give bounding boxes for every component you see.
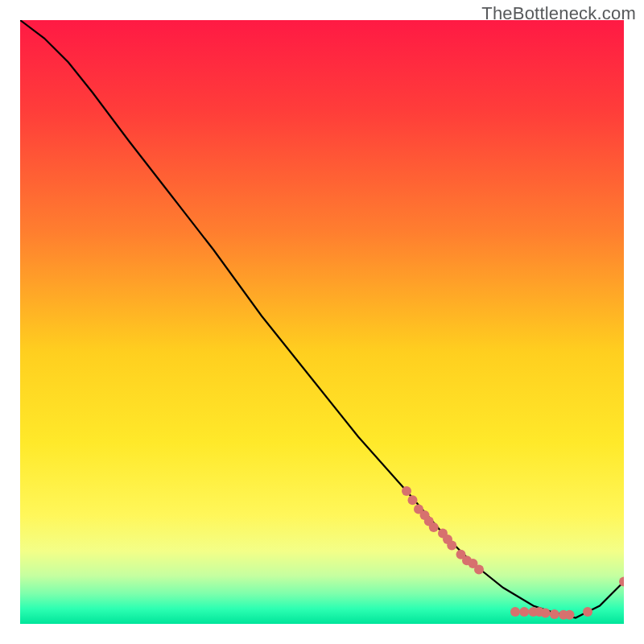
chart-root: TheBottleneck.com bbox=[0, 0, 644, 644]
highlight-point bbox=[519, 607, 529, 617]
highlight-point bbox=[541, 609, 551, 618]
highlight-point bbox=[565, 610, 575, 620]
plot-area bbox=[20, 20, 624, 624]
highlight-point bbox=[583, 607, 592, 617]
highlight-point bbox=[408, 495, 418, 505]
highlight-point bbox=[474, 565, 484, 575]
highlight-point bbox=[429, 522, 439, 532]
chart-svg bbox=[20, 20, 624, 624]
highlight-point bbox=[447, 541, 456, 551]
highlight-point bbox=[510, 607, 520, 617]
bottleneck-curve bbox=[20, 20, 624, 618]
highlight-point bbox=[402, 486, 411, 496]
highlight-point bbox=[550, 609, 559, 619]
highlight-points-group bbox=[402, 486, 624, 620]
